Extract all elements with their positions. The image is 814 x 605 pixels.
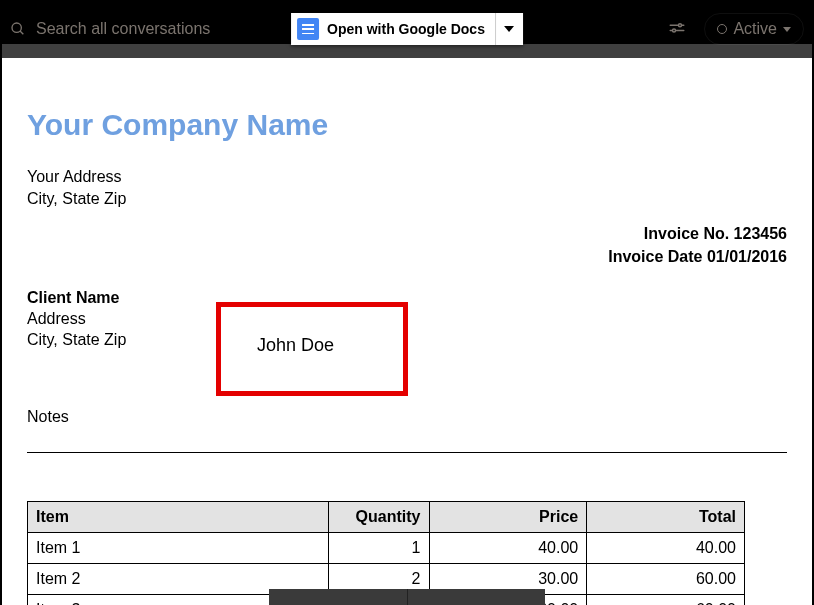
- svg-line-1: [20, 31, 23, 34]
- document-page: Your Company Name Your Address City, Sta…: [2, 44, 812, 605]
- col-quantity: Quantity: [329, 502, 429, 533]
- highlight-text: John Doe: [257, 335, 334, 356]
- cell-total: 40.00: [587, 533, 745, 564]
- invoice-no: 123456: [734, 225, 787, 242]
- search-placeholder-text: Search all conversations: [36, 20, 210, 38]
- active-status-pill[interactable]: Active: [704, 13, 804, 45]
- status-dot-icon: [717, 24, 727, 34]
- open-with-google-docs: Open with Google Docs: [291, 13, 523, 45]
- svg-point-5: [673, 29, 676, 32]
- col-item: Item: [28, 502, 329, 533]
- table-row: Item 1 1 40.00 40.00: [28, 533, 745, 564]
- invoice-meta: Invoice No. 123456 Invoice Date 01/01/20…: [27, 223, 787, 268]
- filter-sliders-icon[interactable]: [668, 20, 686, 38]
- open-with-dropdown[interactable]: [495, 13, 523, 45]
- company-address-line1: Your Address: [27, 166, 787, 188]
- highlight-annotation: John Doe: [216, 302, 408, 396]
- svg-point-0: [12, 23, 21, 32]
- col-price: Price: [429, 502, 587, 533]
- divider: [27, 452, 787, 453]
- notes-label: Notes: [27, 408, 787, 426]
- google-docs-icon: [297, 18, 319, 40]
- search-icon: [10, 21, 26, 37]
- svg-point-4: [679, 24, 682, 27]
- open-with-google-docs-button[interactable]: Open with Google Docs: [291, 13, 495, 45]
- col-total: Total: [587, 502, 745, 533]
- open-with-label: Open with Google Docs: [327, 21, 485, 37]
- table-header-row: Item Quantity Price Total: [28, 502, 745, 533]
- active-label: Active: [733, 20, 777, 38]
- invoice-date-label: Invoice Date: [608, 248, 702, 265]
- cell-total: 60.00: [587, 564, 745, 595]
- caret-down-icon: [504, 26, 514, 32]
- cell-item: Item 1: [28, 533, 329, 564]
- invoice-date: 01/01/2016: [707, 248, 787, 265]
- company-name: Your Company Name: [27, 108, 787, 142]
- cell-total: 60.00: [587, 595, 745, 605]
- chevron-down-icon: [783, 27, 791, 32]
- cell-quantity: 1: [329, 533, 429, 564]
- cell-price: 40.00: [429, 533, 587, 564]
- invoice-no-label: Invoice No.: [644, 225, 729, 242]
- search-conversations[interactable]: Search all conversations: [10, 20, 210, 38]
- top-toolbar: Search all conversations Open with Googl…: [0, 0, 814, 58]
- viewer-bottom-bar[interactable]: [269, 589, 545, 605]
- company-address-line2: City, State Zip: [27, 188, 787, 210]
